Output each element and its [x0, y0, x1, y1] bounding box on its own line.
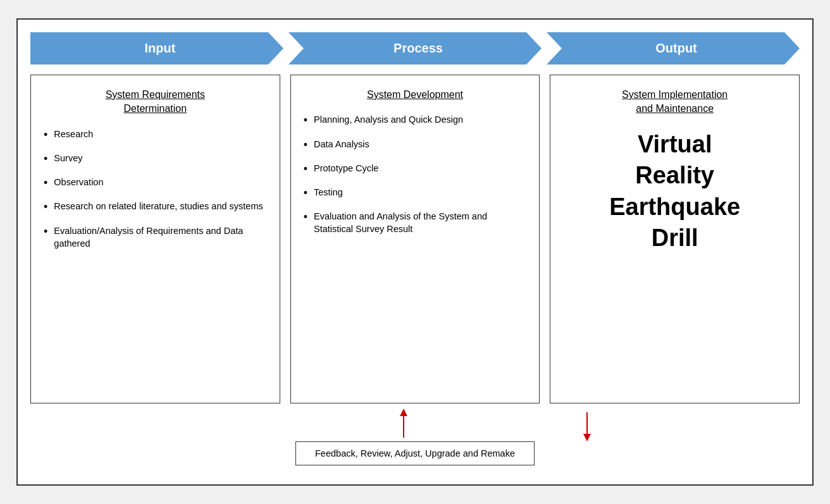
list-item: Planning, Analysis and Quick Design [304, 113, 527, 128]
list-item: Survey [44, 152, 267, 167]
output-box-title: System Implementationand Maintenance [563, 88, 786, 116]
output-big-text: VirtualRealityEarthquakeDrill [563, 129, 786, 254]
list-item: Research [44, 128, 267, 143]
diagram-wrapper: Input Process Output System Requirements… [16, 18, 814, 486]
list-item: Data Analysis [304, 138, 527, 153]
process-box: System Development Planning, Analysis an… [290, 75, 540, 403]
process-label: Process [393, 41, 443, 55]
process-box-title: System Development [304, 88, 527, 102]
input-box: System RequirementsDetermination Researc… [30, 75, 280, 403]
list-item: Evaluation/Analysis of Requirements and … [44, 224, 267, 250]
process-bullet-list: Planning, Analysis and Quick Design Data… [304, 113, 527, 235]
feedback-area: Feedback, Review, Adjust, Upgrade and Re… [30, 406, 800, 465]
list-item: Prototype Cycle [304, 162, 527, 177]
output-box: System Implementationand Maintenance Vir… [550, 75, 800, 403]
content-row: System RequirementsDetermination Researc… [30, 75, 800, 403]
headers-row: Input Process Output [30, 32, 800, 65]
input-header: Input [30, 32, 283, 65]
svg-marker-3 [583, 434, 591, 441]
list-item: Observation [44, 176, 267, 191]
list-item: Evaluation and Analysis of the System an… [304, 210, 527, 236]
list-item: Research on related literature, studies … [44, 200, 267, 215]
feedback-box: Feedback, Review, Adjust, Upgrade and Re… [295, 441, 535, 465]
input-bullet-list: Research Survey Observation Research on … [44, 128, 267, 250]
output-label: Output [655, 41, 697, 55]
svg-marker-1 [400, 409, 407, 416]
feedback-arrows-svg [30, 406, 802, 441]
input-box-title: System RequirementsDetermination [44, 88, 267, 116]
output-header: Output [547, 32, 800, 65]
list-item: Testing [304, 186, 527, 201]
input-label: Input [145, 41, 176, 55]
feedback-label: Feedback, Review, Adjust, Upgrade and Re… [315, 448, 515, 458]
process-header: Process [288, 32, 542, 65]
